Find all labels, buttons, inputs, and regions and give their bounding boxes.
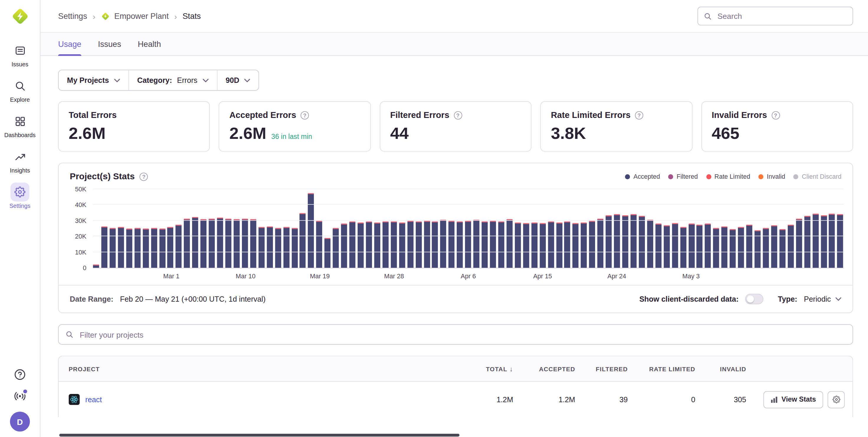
chevron-right-icon: › xyxy=(93,11,95,21)
chart-bar xyxy=(93,265,99,268)
col-total-sort[interactable]: TOTAL ↓ xyxy=(450,365,514,372)
project-filter-dropdown[interactable]: My Projects xyxy=(59,70,128,90)
breadcrumb-settings[interactable]: Settings xyxy=(58,11,87,20)
y-axis-label: 50K xyxy=(75,186,86,193)
settings-gear-icon xyxy=(11,182,30,201)
chart-bar xyxy=(349,222,355,268)
client-discard-toggle[interactable] xyxy=(745,294,764,304)
chart-bar xyxy=(374,222,380,268)
cell-invalid: 305 xyxy=(695,396,746,404)
filter-bar: My Projects Category: Errors 90D xyxy=(58,70,259,91)
chart-bar xyxy=(639,216,645,268)
project-filter-input[interactable] xyxy=(79,329,846,339)
org-logo[interactable] xyxy=(10,6,30,27)
stat-cards: Total Errors 2.6M Accepted Errors? 2.6M3… xyxy=(58,101,853,152)
view-stats-button[interactable]: View Stats xyxy=(763,391,823,408)
chart-bar xyxy=(614,214,620,268)
sidebar-item-insights[interactable]: Insights xyxy=(0,147,40,174)
chart-bar xyxy=(209,218,215,268)
project-settings-button[interactable] xyxy=(828,391,845,408)
chart-bar xyxy=(200,219,207,268)
chart-bar xyxy=(763,228,769,268)
breadcrumb-org[interactable]: Empower Plant xyxy=(101,11,169,21)
chart-bar xyxy=(531,222,537,268)
chart-bar xyxy=(655,224,661,268)
cell-rate-limited: 0 xyxy=(628,396,695,404)
x-axis-label: May 3 xyxy=(682,273,700,279)
user-avatar[interactable]: D xyxy=(10,412,30,432)
chart-bar xyxy=(192,217,198,268)
chart-bar xyxy=(407,221,413,268)
y-axis: 010K20K30K40K50K xyxy=(59,189,93,268)
y-axis-label: 20K xyxy=(75,233,86,240)
project-link[interactable]: react xyxy=(85,396,102,404)
x-axis-label: Mar 19 xyxy=(310,273,330,279)
info-icon[interactable]: ? xyxy=(772,111,780,119)
info-icon[interactable]: ? xyxy=(635,111,643,119)
type-value: Periodic xyxy=(804,295,831,303)
react-project-icon xyxy=(69,394,80,405)
table-header: PROJECT TOTAL ↓ ACCEPTED FILTERED RATE L… xyxy=(59,356,852,381)
stats-tabs: Usage Issues Health xyxy=(40,32,868,56)
legend-dot xyxy=(758,174,764,179)
sidebar-item-label: Insights xyxy=(10,167,30,174)
legend-client-discard[interactable]: Client Discard xyxy=(794,173,841,180)
sidebar-item-label: Issues xyxy=(11,61,28,68)
chart-bar xyxy=(581,222,587,268)
card-title: Rate Limited Errors xyxy=(551,110,630,120)
legend-filtered[interactable]: Filtered xyxy=(668,173,698,180)
info-icon[interactable]: ? xyxy=(454,111,462,119)
chart-bar xyxy=(333,228,339,268)
chart-bar xyxy=(399,222,405,268)
content: My Projects Category: Errors 90D Total E… xyxy=(40,56,868,437)
chart-bar xyxy=(804,216,810,268)
chart-bar xyxy=(267,226,273,268)
search-input[interactable] xyxy=(716,11,847,21)
sidebar-item-dashboards[interactable]: Dashboards xyxy=(0,112,40,138)
category-value: Errors xyxy=(177,76,197,84)
card-value: 44 xyxy=(390,125,409,141)
chart-bar xyxy=(167,227,174,268)
whats-new-broadcast-button[interactable] xyxy=(14,390,26,402)
legend-accepted[interactable]: Accepted xyxy=(625,173,660,180)
tab-health[interactable]: Health xyxy=(138,33,161,56)
global-search[interactable] xyxy=(698,7,853,26)
chart-bar xyxy=(176,225,182,268)
chart-bar xyxy=(548,222,554,268)
legend-dot xyxy=(668,174,673,179)
category-dropdown[interactable]: Category: Errors xyxy=(128,70,217,90)
col-filtered: FILTERED xyxy=(575,365,627,372)
help-button[interactable] xyxy=(14,369,26,381)
card-title: Invalid Errors xyxy=(712,110,767,120)
project-search[interactable] xyxy=(58,324,853,345)
legend-invalid[interactable]: Invalid xyxy=(758,173,785,180)
date-period-dropdown[interactable]: 90D xyxy=(217,70,259,90)
type-dropdown[interactable]: Periodic xyxy=(804,295,841,303)
col-total: TOTAL xyxy=(486,365,507,372)
chart-bar xyxy=(324,238,331,268)
tab-issues[interactable]: Issues xyxy=(98,33,121,56)
chart-bar xyxy=(589,221,595,268)
card-value: 2.6M xyxy=(69,125,105,141)
chart-bar xyxy=(159,229,165,268)
chart-bar xyxy=(432,222,438,268)
search-icon xyxy=(704,12,712,20)
tab-usage[interactable]: Usage xyxy=(58,33,82,56)
date-range-value: Feb 20 — May 21 (+00:00 UTC, 1d interval… xyxy=(120,295,266,303)
org-logo-small xyxy=(101,11,110,21)
chart-bar xyxy=(440,220,446,268)
x-axis-label: Mar 28 xyxy=(384,273,404,279)
info-icon[interactable]: ? xyxy=(301,111,309,119)
chart-bar xyxy=(300,213,306,268)
sidebar-item-issues[interactable]: Issues xyxy=(0,41,40,68)
table-horizontal-scrollbar-thumb[interactable] xyxy=(59,434,460,436)
sidebar-item-explore[interactable]: Explore xyxy=(0,76,40,103)
main-area: Settings › Empower Plant › Stats xyxy=(40,0,868,437)
x-axis-label: Apr 24 xyxy=(608,273,626,279)
chart-area: 010K20K30K40K50K Mar 1Mar 10Mar 19Mar 28… xyxy=(59,187,852,285)
sidebar-item-settings[interactable]: Settings xyxy=(0,182,40,209)
legend-rate-limited[interactable]: Rate Limited xyxy=(706,173,750,180)
chart-bar xyxy=(143,229,149,268)
info-icon[interactable]: ? xyxy=(140,172,148,180)
chart-bar xyxy=(358,222,364,268)
